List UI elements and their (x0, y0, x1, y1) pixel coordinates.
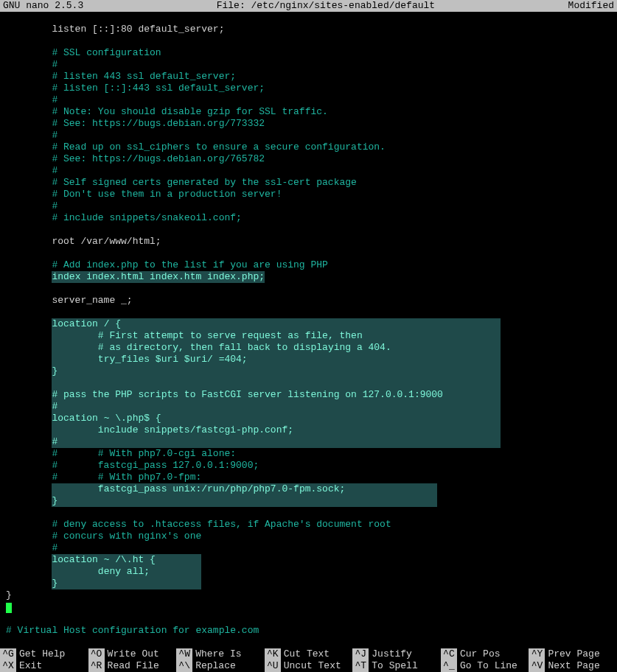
editor-line[interactable]: } (0, 589, 617, 601)
highlighted-text: # (52, 401, 501, 413)
editor-line[interactable]: # (0, 59, 617, 71)
editor-line[interactable]: # (0, 130, 617, 141)
code-text: root /var/www/html; (6, 236, 161, 247)
editor-line[interactable]: # (0, 94, 617, 106)
highlighted-text: # pass the PHP scripts to FastCGI server… (52, 389, 501, 401)
cursor (6, 603, 12, 613)
shortcut-label: Where Is (195, 648, 241, 660)
shortcut-item[interactable]: ^OWrite Out (88, 648, 177, 660)
shortcut-key: ^V (529, 660, 545, 672)
shortcut-row: ^XExit^RRead File^\Replace^UUncut Text^T… (0, 660, 617, 672)
editor-line[interactable] (0, 224, 617, 236)
shortcut-item[interactable]: ^RRead File (88, 660, 177, 672)
comment-text: # (6, 94, 57, 105)
editor-line[interactable]: location ~ /\.ht { (0, 554, 617, 566)
editor-line[interactable] (0, 307, 617, 318)
editor-line[interactable]: # Self signed certs generated by the ssl… (0, 177, 617, 189)
comment-text: # fastcgi_pass 127.0.0.1:9000; (6, 460, 259, 471)
editor-line[interactable]: # fastcgi_pass 127.0.0.1:9000; (0, 460, 617, 472)
editor-line[interactable]: # (0, 401, 617, 413)
comment-text: # Add index.php to the list if you are u… (6, 259, 328, 270)
editor-line[interactable]: # deny access to .htaccess files, if Apa… (0, 519, 617, 531)
editor-line[interactable]: } (0, 495, 617, 507)
shortcut-item[interactable]: ^\Replace (176, 660, 265, 672)
shortcut-label: Read File (108, 660, 159, 672)
editor-line[interactable]: include snippets/fastcgi-php.conf; (0, 424, 617, 436)
shortcut-label: Cut Text (284, 648, 330, 660)
editor-area[interactable]: listen [::]:80 default_server; # SSL con… (0, 12, 617, 637)
editor-line[interactable]: # Don't use them in a production server! (0, 189, 617, 200)
editor-line[interactable]: # Read up on ssl_ciphers to ensure a sec… (0, 141, 617, 153)
editor-line[interactable]: # First attempt to serve request as file… (0, 330, 617, 342)
shortcut-item[interactable]: ^KCut Text (265, 648, 353, 660)
shortcut-item[interactable]: ^VNext Page (529, 660, 617, 672)
editor-line[interactable]: # Add index.php to the list if you are u… (0, 259, 617, 271)
shortcut-item[interactable]: ^CCur Pos (441, 648, 529, 660)
shortcut-item[interactable]: ^JJustify (352, 648, 441, 660)
editor-line[interactable] (0, 613, 617, 625)
editor-line[interactable]: index index.html index.htm index.php; (0, 271, 617, 283)
comment-text: # listen 443 ssl default_server; (6, 71, 236, 82)
editor-line[interactable]: # # With php7.0-cgi alone: (0, 448, 617, 460)
shortcut-item[interactable]: ^YPrev Page (529, 648, 617, 660)
editor-line[interactable]: # as directory, then fall back to displa… (0, 342, 617, 354)
shortcut-label: Next Page (548, 660, 599, 672)
highlighted-text: try_files $uri $uri/ =404; (52, 354, 501, 365)
shortcut-row: ^GGet Help^OWrite Out^WWhere Is^KCut Tex… (0, 648, 617, 660)
editor-line[interactable]: location / { (0, 318, 617, 330)
comment-text: # # With php7.0-fpm: (6, 472, 201, 483)
editor-line[interactable]: location ~ \.php$ { (0, 413, 617, 424)
shortcut-key: ^\ (176, 660, 192, 672)
editor-line[interactable]: # SSL configuration (0, 47, 617, 59)
editor-line[interactable]: # Virtual Host configuration for example… (0, 625, 617, 637)
shortcut-item[interactable]: ^XExit (0, 660, 88, 672)
highlighted-text: deny all; (52, 566, 201, 578)
editor-line[interactable]: try_files $uri $uri/ =404; (0, 354, 617, 365)
shortcut-key: ^T (352, 660, 369, 672)
shortcut-key: ^C (441, 648, 457, 660)
comment-text: # SSL configuration (6, 47, 161, 58)
editor-line[interactable]: # listen 443 ssl default_server; (0, 71, 617, 83)
shortcut-key: ^Y (529, 648, 545, 660)
editor-line[interactable]: fastcgi_pass unix:/run/php/php7.0-fpm.so… (0, 483, 617, 495)
editor-line[interactable] (0, 35, 617, 47)
editor-line[interactable]: root /var/www/html; (0, 236, 617, 248)
shortcut-item[interactable]: ^TTo Spell (352, 660, 441, 672)
shortcut-label: Exit (19, 660, 42, 672)
editor-line[interactable]: # (0, 165, 617, 177)
editor-line[interactable]: server_name _; (0, 295, 617, 307)
shortcut-key: ^_ (441, 660, 457, 672)
editor-line[interactable]: # (0, 542, 617, 554)
editor-line[interactable]: deny all; (0, 566, 617, 578)
code-text: listen [::]:80 default_server; (6, 24, 224, 35)
editor-line[interactable] (0, 507, 617, 519)
editor-line[interactable]: # concurs with nginx's one (0, 531, 617, 542)
editor-line[interactable]: # include snippets/snakeoil.conf; (0, 212, 617, 224)
editor-line[interactable] (0, 601, 617, 613)
editor-line[interactable]: # listen [::]:443 ssl default_server; (0, 83, 617, 94)
comment-text: # (6, 59, 57, 70)
editor-line[interactable] (0, 377, 617, 389)
highlighted-text (52, 377, 501, 389)
editor-line[interactable]: # # With php7.0-fpm: (0, 472, 617, 483)
shortcut-item[interactable]: ^WWhere Is (176, 648, 265, 660)
editor-line[interactable]: # See: https://bugs.debian.org/765782 (0, 153, 617, 165)
editor-line[interactable]: # (0, 200, 617, 212)
editor-line[interactable]: listen [::]:80 default_server; (0, 24, 617, 35)
editor-line[interactable]: } (0, 578, 617, 589)
editor-line[interactable]: # Note: You should disable gzip for SSL … (0, 106, 617, 118)
shortcut-item[interactable]: ^UUncut Text (265, 660, 353, 672)
shortcut-item[interactable]: ^GGet Help (0, 648, 88, 660)
editor-line[interactable]: # See: https://bugs.debian.org/773332 (0, 118, 617, 130)
shortcut-key: ^J (352, 648, 369, 660)
shortcut-item[interactable]: ^_Go To Line (441, 660, 529, 672)
shortcut-key: ^G (0, 648, 16, 660)
shortcut-label: Uncut Text (284, 660, 341, 672)
editor-line[interactable]: # (0, 436, 617, 448)
editor-line[interactable]: } (0, 365, 617, 377)
editor-line[interactable]: # pass the PHP scripts to FastCGI server… (0, 389, 617, 401)
comment-text: # Virtual Host configuration for example… (6, 625, 259, 636)
editor-line[interactable] (0, 283, 617, 295)
editor-line[interactable] (0, 248, 617, 259)
comment-text: # # With php7.0-cgi alone: (6, 448, 236, 459)
